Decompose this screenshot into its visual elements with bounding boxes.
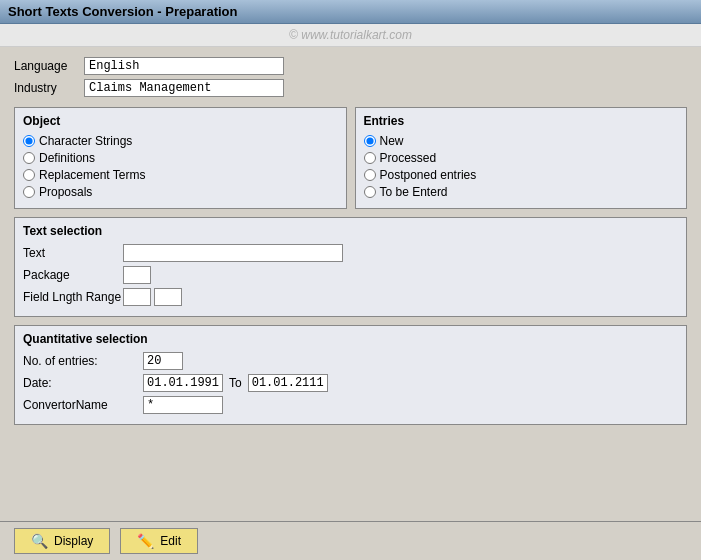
- radio-character-strings[interactable]: Character Strings: [23, 134, 338, 148]
- field-length-from-input[interactable]: [123, 288, 151, 306]
- entries-panel: Entries New Processed Postponed entries …: [355, 107, 688, 209]
- radio-replacement-terms-label: Replacement Terms: [39, 168, 146, 182]
- radio-character-strings-label: Character Strings: [39, 134, 132, 148]
- field-length-to-input[interactable]: [154, 288, 182, 306]
- radio-proposals-label: Proposals: [39, 185, 92, 199]
- radio-postponed-label: Postponed entries: [380, 168, 477, 182]
- package-row: Package: [23, 266, 678, 284]
- industry-label: Industry: [14, 81, 84, 95]
- edit-icon: ✏️: [137, 533, 154, 549]
- radio-definitions-label: Definitions: [39, 151, 95, 165]
- language-row: Language English: [14, 57, 687, 75]
- radio-replacement-terms-input[interactable]: [23, 169, 35, 181]
- radio-new[interactable]: New: [364, 134, 679, 148]
- date-to-input[interactable]: [248, 374, 328, 392]
- radio-to-be-entered-label: To be Enterd: [380, 185, 448, 199]
- industry-row: Industry Claims Management: [14, 79, 687, 97]
- radio-definitions[interactable]: Definitions: [23, 151, 338, 165]
- panels-row: Object Character Strings Definitions Rep…: [14, 107, 687, 209]
- no-of-entries-row: No. of entries:: [23, 352, 678, 370]
- language-label: Language: [14, 59, 84, 73]
- text-selection-title: Text selection: [23, 224, 678, 238]
- radio-postponed[interactable]: Postponed entries: [364, 168, 679, 182]
- radio-processed-label: Processed: [380, 151, 437, 165]
- title-bar: Short Texts Conversion - Preparation: [0, 0, 701, 24]
- no-of-entries-label: No. of entries:: [23, 354, 143, 368]
- quantitative-selection-section: Quantitative selection No. of entries: D…: [14, 325, 687, 425]
- text-input[interactable]: [123, 244, 343, 262]
- display-button[interactable]: 🔍 Display: [14, 528, 110, 554]
- object-panel: Object Character Strings Definitions Rep…: [14, 107, 347, 209]
- watermark-text: © www.tutorialkart.com: [289, 28, 412, 42]
- convertor-name-row: ConvertorName: [23, 396, 678, 414]
- radio-proposals[interactable]: Proposals: [23, 185, 338, 199]
- to-label: To: [229, 376, 242, 390]
- object-panel-title: Object: [23, 114, 338, 128]
- package-input[interactable]: [123, 266, 151, 284]
- text-row: Text: [23, 244, 678, 262]
- field-length-row: Field Lngth Range: [23, 288, 678, 306]
- edit-button[interactable]: ✏️ Edit: [120, 528, 198, 554]
- radio-processed-input[interactable]: [364, 152, 376, 164]
- radio-to-be-entered-input[interactable]: [364, 186, 376, 198]
- display-icon: 🔍: [31, 533, 48, 549]
- radio-replacement-terms[interactable]: Replacement Terms: [23, 168, 338, 182]
- package-label: Package: [23, 268, 123, 282]
- date-from-input[interactable]: [143, 374, 223, 392]
- entries-panel-title: Entries: [364, 114, 679, 128]
- quantitative-selection-title: Quantitative selection: [23, 332, 678, 346]
- date-label: Date:: [23, 376, 143, 390]
- radio-new-label: New: [380, 134, 404, 148]
- radio-processed[interactable]: Processed: [364, 151, 679, 165]
- main-content: Language English Industry Claims Managem…: [0, 47, 701, 443]
- convertor-name-input[interactable]: [143, 396, 223, 414]
- language-value: English: [84, 57, 284, 75]
- radio-proposals-input[interactable]: [23, 186, 35, 198]
- radio-new-input[interactable]: [364, 135, 376, 147]
- radio-definitions-input[interactable]: [23, 152, 35, 164]
- no-of-entries-input[interactable]: [143, 352, 183, 370]
- radio-postponed-input[interactable]: [364, 169, 376, 181]
- edit-label: Edit: [160, 534, 181, 548]
- date-row: Date: To: [23, 374, 678, 392]
- bottom-bar: 🔍 Display ✏️ Edit: [0, 521, 701, 560]
- watermark-bar: © www.tutorialkart.com: [0, 24, 701, 47]
- convertor-name-label: ConvertorName: [23, 398, 143, 412]
- text-selection-section: Text selection Text Package Field Lngth …: [14, 217, 687, 317]
- radio-character-strings-input[interactable]: [23, 135, 35, 147]
- text-label: Text: [23, 246, 123, 260]
- app-title: Short Texts Conversion - Preparation: [8, 4, 237, 19]
- field-length-label: Field Lngth Range: [23, 290, 123, 304]
- radio-to-be-entered[interactable]: To be Enterd: [364, 185, 679, 199]
- industry-value: Claims Management: [84, 79, 284, 97]
- display-label: Display: [54, 534, 93, 548]
